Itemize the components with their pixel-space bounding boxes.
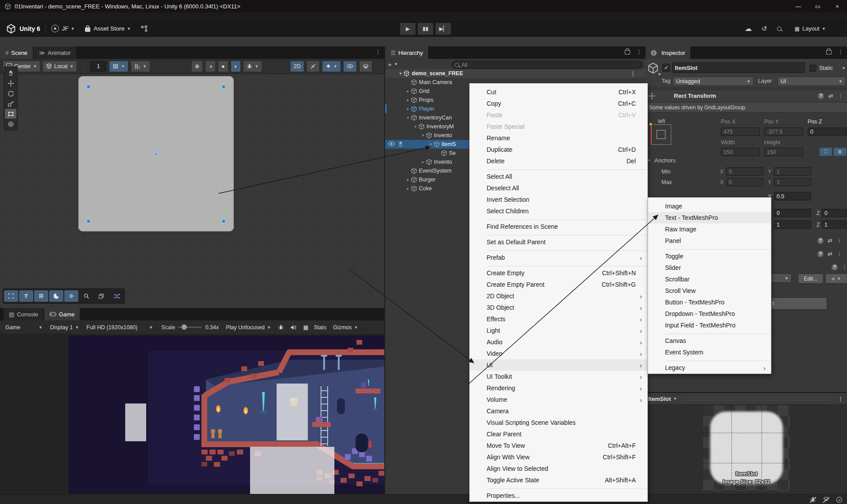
debug-dropdown[interactable]: ▼	[243, 61, 262, 72]
gizmo-fx-dropdown[interactable]: ▼	[322, 61, 341, 72]
preview-menu-icon[interactable]: ⋮	[838, 396, 843, 402]
shaded-mode-button[interactable]: ⊕	[191, 61, 203, 72]
anchors-foldout-icon[interactable]: ▾	[648, 158, 650, 162]
pos-y-field[interactable]: -377.5	[764, 127, 803, 136]
context-menu-item[interactable]: Video ›	[470, 348, 647, 359]
context-menu-item[interactable]: Set as Default Parent	[470, 236, 647, 248]
tab-animator[interactable]: ≫Animator	[34, 46, 76, 59]
2d-mode-button[interactable]: 2D	[290, 61, 304, 72]
resolution-dropdown[interactable]: Full HD (1920x1080)▼	[83, 322, 157, 333]
camera-settings-button[interactable]	[306, 61, 320, 72]
cube-stack-icon[interactable]	[94, 290, 108, 302]
grid-axis-button[interactable]: ▼	[109, 61, 128, 72]
static-checkbox[interactable]	[809, 65, 816, 72]
tag-dropdown[interactable]: Untagged▼	[673, 77, 754, 86]
context-menu-item[interactable]: Light ›	[470, 325, 647, 336]
display-dropdown[interactable]: Display 1▼	[46, 322, 83, 333]
context-menu-item[interactable]	[470, 217, 647, 221]
minimize-button[interactable]: —	[789, 0, 808, 12]
account-button[interactable]: JF	[62, 25, 69, 32]
create-object-button[interactable]: +	[388, 61, 392, 68]
submenu-item[interactable]	[648, 331, 771, 335]
submenu-item[interactable]: Legacy ›	[648, 362, 771, 373]
gizmo-handle-bottom-left[interactable]	[86, 219, 91, 223]
help-icon[interactable]: ?	[817, 238, 824, 244]
gizmo-pivot-dot[interactable]	[154, 152, 158, 156]
context-menu-item[interactable]: Volume ›	[470, 394, 647, 405]
tab-console[interactable]: ▤Console	[4, 308, 43, 320]
view-hand-tool[interactable]	[5, 68, 16, 78]
debug-bug-icon[interactable]	[275, 322, 287, 333]
context-menu-item[interactable]: Create Empty Ctrl+Shift+N	[470, 267, 647, 279]
crescent-icon[interactable]	[49, 290, 63, 302]
scene-visibility-button[interactable]	[343, 61, 357, 72]
search-icon[interactable]	[79, 290, 93, 302]
rotation-y-field[interactable]: 0	[774, 209, 811, 217]
pick-hand-icon[interactable]	[398, 141, 403, 147]
context-menu-item[interactable]: Align View to Selected	[470, 463, 647, 474]
anchors-max-y-field[interactable]: 1	[774, 178, 811, 186]
scale-y-field[interactable]: 1	[774, 220, 811, 229]
layer-dropdown[interactable]: UI▼	[777, 77, 846, 86]
context-menu-item[interactable]	[470, 167, 647, 171]
game-view-dropdown[interactable]: Game▼	[2, 322, 46, 333]
tab-inspector[interactable]: i Inspector	[646, 46, 690, 59]
cloud-icon[interactable]: ☁	[745, 24, 752, 33]
context-menu-item[interactable]: Move To View Ctrl+Alt+F	[470, 440, 647, 451]
context-menu-item[interactable]: Select Children	[470, 205, 647, 217]
context-menu-item[interactable]: UI Toolkit ›	[470, 371, 647, 382]
submenu-item[interactable]: Input Field - TextMeshPro	[648, 319, 771, 331]
presets-icon[interactable]: ⇄	[828, 92, 833, 99]
close-button[interactable]: ×	[828, 0, 847, 12]
submenu-item[interactable]	[648, 358, 771, 362]
submenu-item[interactable]: Event System	[648, 346, 771, 358]
edit-button[interactable]: Edit...	[798, 273, 824, 284]
raw-edit-button[interactable]: R	[833, 147, 847, 156]
context-menu-item[interactable]: Cut Ctrl+X	[470, 86, 647, 98]
component-menu-icon[interactable]: ⋮	[838, 92, 843, 99]
pos-x-field[interactable]: 475	[721, 127, 760, 136]
context-menu-item[interactable]: 2D Object ›	[470, 290, 647, 302]
submenu-item[interactable]: Canvas	[648, 335, 771, 346]
height-field[interactable]: 150	[764, 148, 803, 156]
scale-slider[interactable]	[178, 327, 202, 328]
scale-tool[interactable]	[5, 99, 16, 108]
anchors-min-y-field[interactable]: 1	[774, 167, 811, 176]
hierarchy-menu-icon[interactable]: ⋮	[636, 49, 642, 55]
scale-z-field[interactable]: 1	[822, 220, 847, 229]
anchor-preset-widget[interactable]	[651, 124, 671, 145]
anchor-distribute-icon[interactable]	[19, 290, 33, 302]
preview-title[interactable]: ItemSlot	[648, 396, 671, 402]
context-menu-item[interactable]	[470, 263, 647, 267]
vsync-grid-icon[interactable]: ▦	[300, 322, 312, 333]
stats-button[interactable]: Stats	[314, 324, 327, 331]
scene-panel-menu-icon[interactable]: ⋮	[375, 49, 381, 55]
context-menu-item[interactable]: Duplicate Ctrl+D	[470, 144, 647, 155]
submenu-item[interactable]: Panel	[648, 235, 771, 246]
context-menu-item[interactable]: Audio ›	[470, 336, 647, 348]
inspector-menu-icon[interactable]: ⋮	[838, 49, 843, 55]
space-mode-dropdown[interactable]: Local▼	[43, 61, 77, 72]
version-control-icon[interactable]	[140, 25, 148, 32]
rect-transform-header[interactable]: Rect Transform ? ⇄ ⋮	[646, 89, 847, 102]
submenu-item[interactable]: Raw Image	[648, 223, 771, 235]
pivot-y-field[interactable]: 0.5	[774, 192, 811, 200]
play-button[interactable]: ▶	[400, 23, 416, 35]
submenu-item[interactable]: Toggle	[648, 250, 771, 262]
gizmo-handle-top-right[interactable]	[221, 85, 226, 89]
submenu-item[interactable]: Slider	[648, 262, 771, 273]
context-menu-item[interactable]	[470, 232, 647, 236]
pause-button[interactable]: ▮▮	[418, 23, 433, 35]
game-viewport[interactable]	[0, 335, 428, 494]
submenu-item[interactable]: Scroll View	[648, 285, 771, 296]
lighting-toggle-button[interactable]: ◑	[205, 61, 216, 72]
move-tool[interactable]	[5, 78, 16, 88]
active-checkbox[interactable]: ✓	[662, 64, 670, 72]
anchors-max-x-field[interactable]: 0	[726, 178, 763, 186]
collapse-messages-icon[interactable]	[823, 496, 830, 503]
context-menu-item[interactable]: Create Empty Parent Ctrl+Shift+G	[470, 279, 647, 290]
context-menu-item[interactable]: Visual Scripting Scene Variables	[470, 417, 647, 428]
component-menu-icon[interactable]: ⋮	[836, 237, 842, 244]
help-icon[interactable]: ?	[818, 93, 824, 99]
scene-root-row[interactable]: ▾ demo_scene_FREE ⋮	[385, 69, 646, 78]
